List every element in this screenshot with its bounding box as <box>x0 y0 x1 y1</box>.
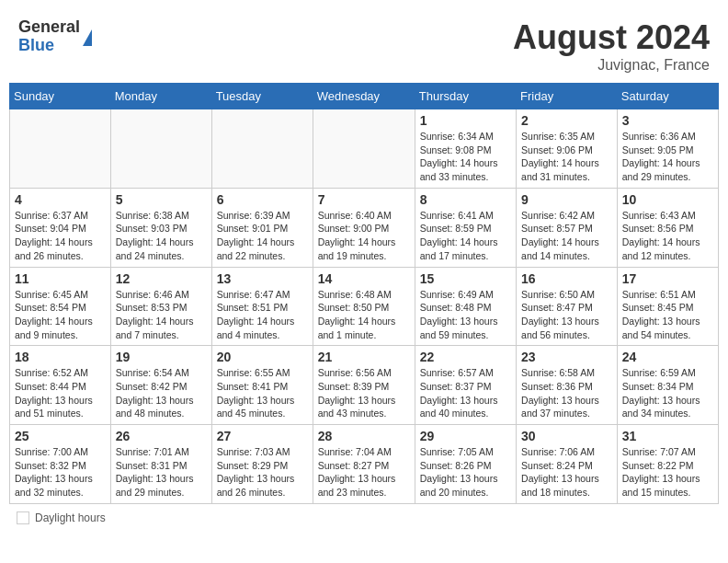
day-info: Sunrise: 6:41 AM Sunset: 8:59 PM Dayligh… <box>420 209 511 263</box>
day-info: Sunrise: 6:50 AM Sunset: 8:47 PM Dayligh… <box>521 288 612 342</box>
calendar-cell: 3Sunrise: 6:36 AM Sunset: 9:05 PM Daylig… <box>617 109 718 189</box>
day-info: Sunrise: 6:52 AM Sunset: 8:44 PM Dayligh… <box>15 366 106 420</box>
day-number: 27 <box>217 429 308 443</box>
calendar-cell: 16Sunrise: 6:50 AM Sunset: 8:47 PM Dayli… <box>517 267 618 346</box>
weekday-header-sunday: Sunday <box>10 84 111 109</box>
day-number: 1 <box>420 113 511 128</box>
day-info: Sunrise: 6:45 AM Sunset: 8:54 PM Dayligh… <box>15 288 106 342</box>
weekday-header-saturday: Saturday <box>617 84 718 109</box>
calendar-cell: 10Sunrise: 6:43 AM Sunset: 8:56 PM Dayli… <box>617 188 718 267</box>
day-number: 6 <box>217 192 308 207</box>
calendar-cell: 8Sunrise: 6:41 AM Sunset: 8:59 PM Daylig… <box>415 188 516 267</box>
day-number: 21 <box>318 350 410 364</box>
day-info: Sunrise: 7:04 AM Sunset: 8:27 PM Dayligh… <box>318 445 410 500</box>
calendar-cell: 23Sunrise: 6:58 AM Sunset: 8:36 PM Dayli… <box>517 346 618 425</box>
calendar-cell <box>211 109 313 189</box>
day-info: Sunrise: 6:59 AM Sunset: 8:34 PM Dayligh… <box>622 366 713 420</box>
calendar-cell: 29Sunrise: 7:05 AM Sunset: 8:26 PM Dayli… <box>415 425 516 504</box>
weekday-header-row: SundayMondayTuesdayWednesdayThursdayFrid… <box>10 84 719 109</box>
calendar-cell: 6Sunrise: 6:39 AM Sunset: 9:01 PM Daylig… <box>211 188 313 267</box>
daylight-box-icon <box>17 511 29 524</box>
day-number: 30 <box>521 429 612 443</box>
day-number: 18 <box>15 350 106 364</box>
day-number: 7 <box>318 192 410 207</box>
logo-text: General Blue <box>18 18 80 55</box>
day-number: 4 <box>15 192 106 207</box>
day-info: Sunrise: 6:56 AM Sunset: 8:39 PM Dayligh… <box>318 366 410 420</box>
day-number: 11 <box>15 271 106 286</box>
day-info: Sunrise: 7:06 AM Sunset: 8:24 PM Dayligh… <box>521 445 612 500</box>
day-number: 19 <box>116 350 207 364</box>
day-number: 24 <box>622 350 713 364</box>
day-number: 15 <box>420 271 511 286</box>
calendar-cell: 9Sunrise: 6:42 AM Sunset: 8:57 PM Daylig… <box>517 188 618 267</box>
calendar-cell: 21Sunrise: 6:56 AM Sunset: 8:39 PM Dayli… <box>313 346 415 425</box>
calendar-cell <box>10 109 111 189</box>
weekday-header-thursday: Thursday <box>415 84 516 109</box>
day-info: Sunrise: 7:01 AM Sunset: 8:31 PM Dayligh… <box>116 445 207 500</box>
calendar-cell: 18Sunrise: 6:52 AM Sunset: 8:44 PM Dayli… <box>10 346 111 425</box>
day-info: Sunrise: 6:51 AM Sunset: 8:45 PM Dayligh… <box>622 288 713 342</box>
day-number: 23 <box>521 350 612 364</box>
day-info: Sunrise: 7:07 AM Sunset: 8:22 PM Dayligh… <box>622 445 713 500</box>
calendar-cell: 7Sunrise: 6:40 AM Sunset: 9:00 PM Daylig… <box>313 188 415 267</box>
calendar-cell: 26Sunrise: 7:01 AM Sunset: 8:31 PM Dayli… <box>110 425 211 504</box>
calendar-cell: 2Sunrise: 6:35 AM Sunset: 9:06 PM Daylig… <box>517 109 618 189</box>
day-info: Sunrise: 6:37 AM Sunset: 9:04 PM Dayligh… <box>15 209 106 263</box>
location-subtitle: Juvignac, France <box>513 57 710 74</box>
day-info: Sunrise: 6:43 AM Sunset: 8:56 PM Dayligh… <box>622 209 713 263</box>
day-info: Sunrise: 6:46 AM Sunset: 8:53 PM Dayligh… <box>116 288 207 342</box>
day-number: 20 <box>217 350 308 364</box>
day-number: 2 <box>521 113 612 128</box>
calendar-cell: 30Sunrise: 7:06 AM Sunset: 8:24 PM Dayli… <box>517 425 618 504</box>
week-row-3: 11Sunrise: 6:45 AM Sunset: 8:54 PM Dayli… <box>10 267 719 346</box>
calendar-cell: 28Sunrise: 7:04 AM Sunset: 8:27 PM Dayli… <box>313 425 415 504</box>
day-number: 31 <box>622 429 713 443</box>
day-number: 29 <box>420 429 511 443</box>
calendar-table: SundayMondayTuesdayWednesdayThursdayFrid… <box>9 83 719 504</box>
calendar-cell: 17Sunrise: 6:51 AM Sunset: 8:45 PM Dayli… <box>617 267 718 346</box>
day-info: Sunrise: 6:35 AM Sunset: 9:06 PM Dayligh… <box>521 130 612 184</box>
day-info: Sunrise: 6:54 AM Sunset: 8:42 PM Dayligh… <box>116 366 207 420</box>
day-number: 26 <box>116 429 207 443</box>
logo-general: General <box>18 18 80 37</box>
day-info: Sunrise: 6:34 AM Sunset: 9:08 PM Dayligh… <box>420 130 511 184</box>
day-info: Sunrise: 6:48 AM Sunset: 8:50 PM Dayligh… <box>318 288 410 342</box>
day-number: 17 <box>622 271 713 286</box>
week-row-5: 25Sunrise: 7:00 AM Sunset: 8:32 PM Dayli… <box>10 425 719 504</box>
day-info: Sunrise: 6:47 AM Sunset: 8:51 PM Dayligh… <box>217 288 308 342</box>
logo-blue: Blue <box>18 37 80 55</box>
calendar-cell: 20Sunrise: 6:55 AM Sunset: 8:41 PM Dayli… <box>211 346 313 425</box>
daylight-label: Daylight hours <box>35 511 106 524</box>
day-info: Sunrise: 6:39 AM Sunset: 9:01 PM Dayligh… <box>217 209 308 263</box>
logo: General Blue <box>18 18 92 55</box>
day-number: 13 <box>217 271 308 286</box>
day-number: 5 <box>116 192 207 207</box>
day-info: Sunrise: 7:05 AM Sunset: 8:26 PM Dayligh… <box>420 445 511 500</box>
day-info: Sunrise: 6:42 AM Sunset: 8:57 PM Dayligh… <box>521 209 612 263</box>
month-year-title: August 2024 <box>513 18 710 57</box>
day-number: 16 <box>521 271 612 286</box>
day-info: Sunrise: 7:03 AM Sunset: 8:29 PM Dayligh… <box>217 445 308 500</box>
calendar-cell <box>110 109 211 189</box>
day-info: Sunrise: 6:36 AM Sunset: 9:05 PM Dayligh… <box>622 130 713 184</box>
day-info: Sunrise: 7:00 AM Sunset: 8:32 PM Dayligh… <box>15 445 106 500</box>
day-number: 8 <box>420 192 511 207</box>
calendar-cell: 24Sunrise: 6:59 AM Sunset: 8:34 PM Dayli… <box>617 346 718 425</box>
calendar-cell: 12Sunrise: 6:46 AM Sunset: 8:53 PM Dayli… <box>110 267 211 346</box>
day-info: Sunrise: 6:40 AM Sunset: 9:00 PM Dayligh… <box>318 209 410 263</box>
day-info: Sunrise: 6:49 AM Sunset: 8:48 PM Dayligh… <box>420 288 511 342</box>
calendar-cell: 22Sunrise: 6:57 AM Sunset: 8:37 PM Dayli… <box>415 346 516 425</box>
calendar-cell: 31Sunrise: 7:07 AM Sunset: 8:22 PM Dayli… <box>617 425 718 504</box>
footer-bar: Daylight hours <box>9 510 719 526</box>
weekday-header-wednesday: Wednesday <box>313 84 415 109</box>
day-number: 9 <box>521 192 612 207</box>
day-info: Sunrise: 6:55 AM Sunset: 8:41 PM Dayligh… <box>217 366 308 420</box>
weekday-header-monday: Monday <box>110 84 211 109</box>
calendar-cell: 13Sunrise: 6:47 AM Sunset: 8:51 PM Dayli… <box>211 267 313 346</box>
title-block: August 2024 Juvignac, France <box>513 18 710 74</box>
day-number: 14 <box>318 271 410 286</box>
week-row-2: 4Sunrise: 6:37 AM Sunset: 9:04 PM Daylig… <box>10 188 719 267</box>
page-header: General Blue August 2024 Juvignac, Franc… <box>9 9 719 78</box>
weekday-header-tuesday: Tuesday <box>211 84 313 109</box>
